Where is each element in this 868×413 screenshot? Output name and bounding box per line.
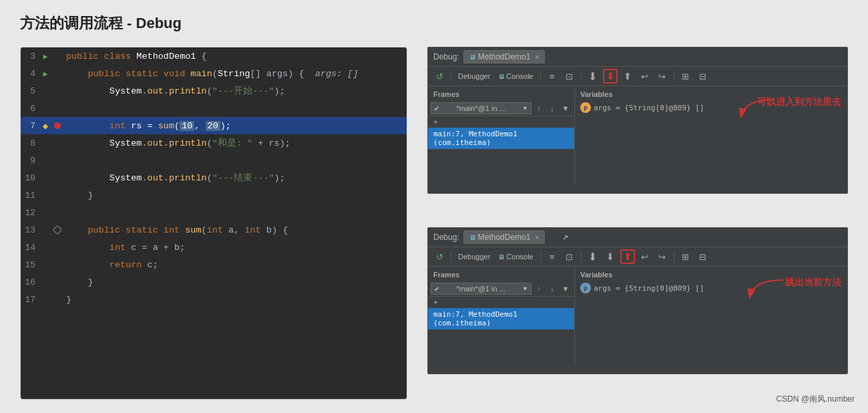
resume-button-1[interactable]: ↺ bbox=[432, 69, 447, 84]
line-num-4: 4 bbox=[21, 69, 39, 79]
code-line-15: 15 return c; bbox=[21, 256, 407, 273]
add-frame-btn-2[interactable]: + bbox=[428, 297, 574, 308]
code-content-16: } bbox=[63, 277, 407, 287]
stop-extra-2[interactable]: ↪ bbox=[655, 249, 670, 264]
frame-dropdown-2[interactable]: ✔ *main*@1 in ... ▼ bbox=[431, 283, 531, 295]
separator-2 bbox=[540, 71, 541, 82]
debug-panel-1: Debug: 🖥 MethodDemo1 × ↺ Debugger bbox=[427, 47, 848, 194]
line-num-16: 16 bbox=[21, 277, 39, 287]
frame-dropdown-text-1: *main*@1 in ... bbox=[456, 104, 505, 112]
frame-item-2[interactable]: main:7, MethodDemo1 (com.itheima) bbox=[428, 308, 574, 329]
code-line-4: 4 ▶ public static void main(String[] arg… bbox=[21, 65, 407, 82]
restore-btn-2[interactable]: ⊡ bbox=[562, 249, 577, 264]
annotation-text-2: 跳出当前方法 bbox=[785, 277, 841, 289]
var-icon-2: p bbox=[580, 283, 591, 293]
settings-btn-2[interactable]: ≡ bbox=[545, 249, 560, 264]
frame-filter-2[interactable]: ▼ bbox=[560, 283, 572, 295]
code-content-7: int rs = sum(10, 20); bbox=[63, 121, 407, 131]
code-line-11: 11 } bbox=[21, 186, 407, 204]
rerun-btn-2[interactable]: ↩ bbox=[638, 249, 652, 264]
debug-toolbar-1: ↺ Debugger 🖥 Console ≡ ⊡ ⬇ bbox=[428, 67, 847, 86]
debug-tab-close-2[interactable]: × bbox=[535, 234, 539, 241]
code-line-12: 12 bbox=[21, 204, 407, 221]
frame-down-2[interactable]: ↓ bbox=[546, 283, 558, 295]
line-bp-7 bbox=[51, 122, 63, 129]
code-panel: 3 ▶ public class MethodDemo1 { 4 ▶ publi… bbox=[20, 47, 407, 400]
debug-toolbar-2: ↺ Debugger 🖥 Console ≡ ⊡ ⬇ bbox=[428, 247, 847, 267]
line-num-8: 8 bbox=[21, 138, 39, 148]
line-num-13: 13 bbox=[21, 225, 39, 235]
filter-btn-2[interactable]: ⊟ bbox=[696, 249, 710, 264]
separator-7 bbox=[581, 251, 582, 262]
code-line-13: 13 public static int sum(int a, int b) { bbox=[21, 221, 407, 239]
separator-5 bbox=[451, 251, 451, 262]
step-out-btn-2[interactable]: ⬆ bbox=[620, 249, 635, 264]
code-line-3: 3 ▶ public class MethodDemo1 { bbox=[21, 47, 407, 65]
code-content-15: return c; bbox=[63, 260, 407, 270]
filter-btn-1[interactable]: ⊟ bbox=[696, 69, 710, 84]
frame-item-1[interactable]: main:7, MethodDemo1 (com.itheima) bbox=[428, 128, 574, 149]
step-over-btn-1[interactable]: ⬇ bbox=[586, 69, 600, 84]
annotation-container-1: 可以进入到方法里去 bbox=[757, 96, 841, 108]
line-num-15: 15 bbox=[21, 260, 39, 270]
code-content-3: public class MethodDemo1 { bbox=[63, 51, 407, 61]
line-num-3: 3 bbox=[21, 51, 39, 61]
console-tab-1[interactable]: 🖥 Console bbox=[495, 69, 535, 84]
step-into-btn-2[interactable]: ⬇ bbox=[603, 249, 618, 264]
code-content-4: public static void main(String[] args) {… bbox=[63, 69, 407, 79]
frame-dropdown-1[interactable]: ✔ *main*@1 in ... ▼ bbox=[431, 102, 531, 114]
step-into-btn-1[interactable]: ⬇ bbox=[603, 69, 618, 84]
frame-down-1[interactable]: ↓ bbox=[546, 102, 558, 114]
line-bp-13 bbox=[51, 227, 63, 233]
code-content-14: int c = a + b; bbox=[63, 243, 407, 253]
debug-title-label-2: Debug: bbox=[433, 233, 459, 242]
debug-title-bar-1: Debug: 🖥 MethodDemo1 × bbox=[428, 47, 847, 67]
console-tab-2[interactable]: 🖥 Console bbox=[495, 249, 535, 264]
rerun-btn-1[interactable]: ↩ bbox=[638, 69, 652, 84]
frame-up-1[interactable]: ↑ bbox=[533, 102, 545, 114]
step-over-btn-2[interactable]: ⬇ bbox=[586, 249, 600, 264]
debug-tab-2[interactable]: 🖥 MethodDemo1 × bbox=[463, 231, 546, 244]
code-line-16: 16 } bbox=[21, 273, 407, 291]
code-line-8: 8 System.out.println("和是: " + rs); bbox=[21, 134, 407, 152]
annotation-2: 跳出当前方法 bbox=[785, 277, 841, 289]
frames-section-title-1: Frames bbox=[428, 89, 574, 101]
frame-controls-2: ✔ *main*@1 in ... ▼ ↑ ↓ ▼ bbox=[428, 281, 574, 297]
code-line-9: 9 bbox=[21, 152, 407, 169]
code-content-11: } bbox=[63, 190, 407, 200]
frame-filter-1[interactable]: ▼ bbox=[560, 102, 572, 114]
console-label-1: Console bbox=[506, 72, 533, 80]
debug-tab-1[interactable]: 🖥 MethodDemo1 × bbox=[463, 50, 546, 63]
separator-1 bbox=[451, 71, 451, 82]
code-content-17: } bbox=[63, 295, 407, 305]
code-line-6: 6 bbox=[21, 100, 407, 117]
line-num-11: 11 bbox=[21, 190, 39, 200]
line-num-5: 5 bbox=[21, 86, 39, 96]
page-title: 方法的调用流程 - Debug bbox=[20, 13, 848, 33]
line-num-14: 14 bbox=[21, 243, 39, 253]
code-line-17: 17 } bbox=[21, 291, 407, 308]
frame-dropdown-text-2: *main*@1 in ... bbox=[456, 285, 505, 293]
add-frame-btn-1[interactable]: + bbox=[428, 116, 574, 128]
debug-tab-close-1[interactable]: × bbox=[535, 53, 539, 61]
separator-3 bbox=[581, 71, 582, 82]
frame-up-2[interactable]: ↑ bbox=[533, 283, 545, 295]
stop-extra-1[interactable]: ↪ bbox=[655, 69, 670, 84]
step-out-btn-1[interactable]: ⬆ bbox=[620, 69, 635, 84]
restore-btn-1[interactable]: ⊡ bbox=[562, 69, 577, 84]
code-line-10: 10 System.out.println("---结束---"); bbox=[21, 169, 407, 186]
debugger-tab-2[interactable]: Debugger bbox=[455, 249, 493, 264]
settings-btn-1[interactable]: ≡ bbox=[545, 69, 560, 84]
debug-frames-2: Frames ✔ *main*@1 in ... ▼ ↑ ↓ ▼ bbox=[428, 267, 575, 366]
debugger-tab-1[interactable]: Debugger bbox=[455, 69, 493, 84]
code-line-7: 7 ◆ int rs = sum(10, 20); bbox=[21, 117, 407, 134]
line-arrow-4: ▶ bbox=[39, 70, 51, 78]
separator-4 bbox=[674, 71, 674, 82]
resume-button-2[interactable]: ↺ bbox=[432, 249, 447, 264]
line-num-7: 7 bbox=[21, 121, 39, 131]
line-num-10: 10 bbox=[21, 173, 39, 183]
table-view-2[interactable]: ⊞ bbox=[678, 249, 693, 264]
table-view-1[interactable]: ⊞ bbox=[678, 69, 693, 84]
var-icon-1: p bbox=[580, 102, 591, 113]
debug-frames-1: Frames ✔ *main*@1 in ... ▼ ↑ ↓ ▼ bbox=[428, 86, 575, 185]
